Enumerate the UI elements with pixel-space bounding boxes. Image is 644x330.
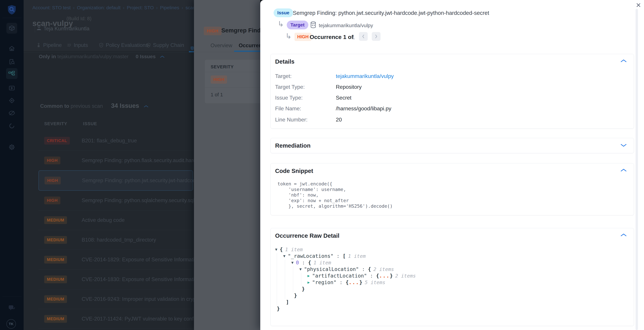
modal-scrollbar[interactable] [636, 9, 638, 330]
collapse-caret-icon[interactable] [160, 55, 165, 58]
sidebar: ? TK [0, 0, 24, 330]
json-tree-line[interactable]: } [275, 286, 416, 292]
harness-sto-logo-icon [7, 5, 16, 15]
detail-value: Repository [336, 84, 362, 90]
json-tree-line[interactable]: ▶"region" : {...}5 items [275, 279, 416, 286]
json-brace: { [368, 266, 371, 272]
json-tree-line[interactable]: ▼"_rawLocations" : [1 item [275, 253, 416, 259]
tab-inputs-label: Inputs [74, 42, 88, 48]
breadcrumb-item[interactable]: Pipelines [160, 5, 179, 10]
json-tree-line[interactable]: ▶"artifactLocation" : {...}2 items [275, 272, 416, 279]
module-cube-icon[interactable] [6, 23, 17, 34]
drawer-divider [194, 52, 260, 52]
settings-gear-icon[interactable] [8, 144, 15, 150]
json-tree-line[interactable]: ▼"physicalLocation" : {2 items [275, 266, 416, 272]
json-tree-line[interactable]: } [275, 292, 416, 299]
json-tree-line[interactable]: ▼{1 item [275, 246, 416, 253]
drawer-tab-overview[interactable]: Overview [210, 42, 232, 48]
issue-row[interactable]: MEDIUMCVE-2014-1829: Exposure of Sensiti… [38, 250, 193, 270]
drawer-active-tab-underline [234, 50, 260, 52]
common-count: 34 Issues [111, 102, 139, 109]
issue-row[interactable]: MEDIUMActive debug code [38, 210, 193, 230]
help-chat-icon[interactable]: ? [8, 305, 16, 312]
tab-inputs[interactable]: Inputs [67, 42, 88, 48]
breadcrumb[interactable]: Account: STO test›Organization: default›… [32, 5, 194, 10]
details-card: Details Target: tejakummarikuntla/vulpy … [270, 54, 634, 128]
issue-title: Semgrep Finding: python.flask.security.a… [82, 158, 194, 164]
issue-row[interactable]: HIGHSemgrep Finding: python.flask.securi… [38, 151, 193, 170]
breadcrumb-item[interactable]: scan-vulpy [186, 5, 194, 10]
issue-row[interactable]: HIGHSemgrep Finding: python.sqlalchemy.s… [38, 191, 193, 210]
issue-row[interactable]: MEDIUMCVE-2017-11424: PyJWT vulnerable t… [38, 309, 193, 329]
json-brace: } [390, 273, 393, 279]
raw-detail-card: Occurrence Raw Detail ▼{1 item▼"_rawLoca… [270, 228, 634, 326]
detail-label: File Name: [275, 106, 301, 112]
breadcrumb-item[interactable]: Organization: default [77, 5, 120, 10]
tab-security-tests[interactable]: Security Tests [190, 42, 194, 54]
executions-icon[interactable] [8, 85, 15, 92]
issue-title: CVE-2014-1829: Exposure of Sensitive Inf… [82, 256, 194, 263]
json-brace: { [346, 280, 349, 285]
code-snippet-pre: token = jwt.encode({ 'username': usernam… [278, 181, 393, 209]
issue-row[interactable]: MEDIUMCVE-2016-9243: Improper input vali… [38, 289, 193, 309]
json-tri-closed[interactable]: ▶ [308, 274, 310, 278]
pipelines-icon-active[interactable] [6, 68, 18, 79]
tab-pipeline[interactable]: Pipeline [36, 42, 62, 48]
exemptions-eye-off-icon[interactable] [8, 110, 15, 116]
expand-chevron-down-icon[interactable] [620, 143, 627, 147]
modal-issue-title: Semgrep Finding: python.jwt.security.jwt… [293, 10, 489, 16]
tab-supply-chain[interactable]: Supply Chain [146, 42, 184, 48]
svg-text:?: ? [10, 306, 12, 308]
scans-icon[interactable] [8, 58, 15, 65]
code-snippet-card: Code Snippet token = jwt.encode({ 'usern… [270, 163, 634, 215]
tree-guide-line [277, 253, 277, 306]
tree-guide-line [301, 273, 301, 286]
breadcrumb-item[interactable]: Account: STO test [32, 5, 71, 10]
tabbar-divider [24, 52, 194, 52]
avatar-initials: TK [9, 322, 14, 326]
getting-started-icon[interactable] [8, 122, 15, 129]
severity-badge: MEDIUM [44, 276, 67, 283]
issue-title: Active debug code [82, 217, 125, 223]
issue-row[interactable]: MEDIUMCVE-2014-1830: Exposure of Sensiti… [38, 270, 193, 289]
breadcrumb-item[interactable]: Project: STO [127, 5, 154, 10]
close-icon[interactable]: × [633, 0, 644, 10]
detail-value-target-link[interactable]: tejakummarikuntla/vulpy [336, 73, 394, 79]
json-tri-open[interactable]: ▼ [283, 254, 286, 258]
pipeline-user-name: Teja Kummarikuntla [44, 26, 90, 32]
json-count: 5 items [365, 280, 385, 285]
json-colon: : [359, 266, 368, 272]
json-count: 2 items [374, 266, 394, 272]
issue-title: B201: flask_debug_true [82, 138, 137, 144]
collapse-chevron-up-icon[interactable] [620, 59, 627, 63]
drawer-tab-occurrences[interactable]: Occurrenc [239, 42, 260, 48]
targets-icon[interactable] [8, 97, 15, 104]
drawer-severity-card: SEVERITY HIGH 1 of 1 [204, 60, 260, 104]
tab-policy-evaluations[interactable]: Policy Evaluations [99, 42, 148, 48]
json-idx: 0 [296, 260, 299, 266]
json-dots: ... [349, 280, 359, 285]
home-icon[interactable] [8, 45, 15, 52]
json-tri-open[interactable]: ▼ [291, 260, 294, 265]
occurrence-next-button[interactable] [372, 32, 380, 41]
json-colon: : [367, 273, 376, 279]
issue-row[interactable]: MEDIUMB108: hardcoded_tmp_directory [38, 230, 193, 250]
json-tree-line[interactable]: ] [275, 299, 416, 305]
issue-row[interactable]: CRITICALB201: flask_debug_true [38, 131, 193, 151]
json-tri-open[interactable]: ▼ [275, 247, 277, 252]
json-tree-line[interactable]: } [275, 305, 416, 312]
json-tree-line[interactable]: ▼0 : {1 item [275, 259, 416, 266]
json-tri-closed[interactable]: ▶ [308, 280, 310, 284]
main-page: Account: STO test›Organization: default›… [24, 0, 194, 330]
severity-badge: MEDIUM [44, 236, 67, 244]
branch-arrow-icon: ↳ [278, 20, 284, 28]
issue-title: B108: hardcoded_tmp_directory [82, 237, 156, 243]
collapse-caret-icon[interactable] [144, 105, 148, 108]
target-repo-name: tejakummarikuntla/vulpy [319, 22, 373, 28]
user-avatar[interactable]: TK [6, 319, 16, 329]
occurrence-prev-button[interactable] [359, 32, 368, 41]
json-tri-open[interactable]: ▼ [300, 267, 302, 271]
issue-row[interactable]: HIGHSemgrep Finding: python.jwt.security… [38, 170, 193, 191]
collapse-chevron-up-icon[interactable] [620, 168, 627, 172]
collapse-chevron-up-icon[interactable] [620, 233, 627, 237]
